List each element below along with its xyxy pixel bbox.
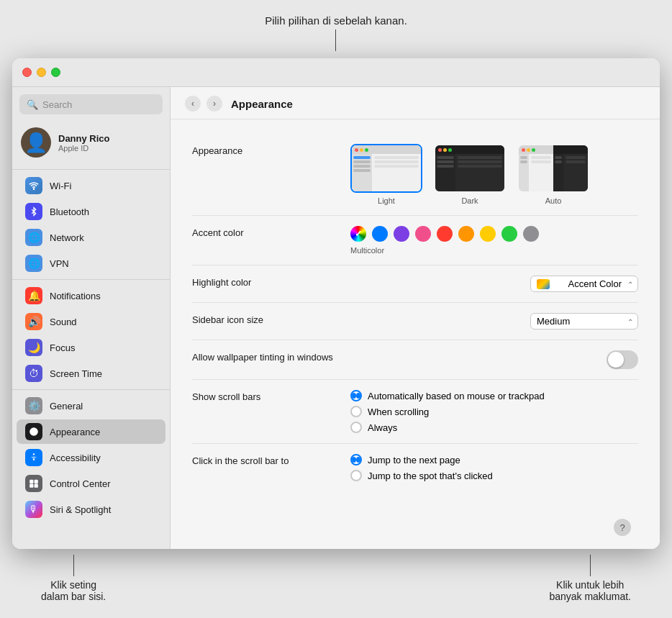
notifications-icon: 🔔 <box>25 287 42 304</box>
back-button[interactable]: ‹ <box>185 96 201 112</box>
svg-point-2 <box>33 453 35 455</box>
svg-point-0 <box>33 188 34 189</box>
appearance-control: Light <box>350 144 638 205</box>
appearance-card-auto[interactable]: Auto <box>517 144 589 205</box>
user-profile[interactable]: 👤 Danny Rico Apple ID <box>12 122 170 166</box>
accent-pink[interactable] <box>415 226 431 242</box>
svg-rect-3 <box>29 480 33 483</box>
sidebar-item-label-sound: Sound <box>50 317 77 327</box>
appearance-card-dark[interactable]: Dark <box>434 144 506 205</box>
sidebar-item-notifications[interactable]: 🔔 Notifications <box>17 283 165 308</box>
scroll-scrolling-radio <box>350 406 362 417</box>
scroll-auto-option[interactable]: Automatically based on mouse or trackpad <box>350 390 545 401</box>
maximize-button[interactable] <box>51 68 60 77</box>
click-scroll-bar-control: Jump to the next page Jump to the spot t… <box>350 454 638 481</box>
search-icon: 🔍 <box>27 99 38 110</box>
appearance-label: Appearance <box>192 144 336 156</box>
appearance-cards: Light <box>350 144 589 205</box>
sidebar-item-focus[interactable]: 🌙 Focus <box>17 335 165 360</box>
sidebar-icon-size-control: Medium <box>350 313 638 330</box>
sidebar-item-wifi[interactable]: Wi-Fi <box>17 173 165 198</box>
scroll-scrolling-option[interactable]: When scrolling <box>350 406 545 417</box>
sidebar-item-vpn[interactable]: 🌐 VPN <box>17 251 165 276</box>
accent-multicolor[interactable] <box>350 226 366 242</box>
sidebar-item-sound[interactable]: 🔊 Sound <box>17 309 165 334</box>
annotation-line-left <box>73 555 74 576</box>
show-scroll-bars-label: Show scroll bars <box>192 390 336 402</box>
sidebar-item-siri[interactable]: 🎙 Siri & Spotlight <box>17 497 165 522</box>
wallpaper-tinting-toggle[interactable] <box>607 350 638 369</box>
accent-gray[interactable] <box>523 226 539 242</box>
accent-purple[interactable] <box>394 226 409 242</box>
accent-blue[interactable] <box>372 226 388 242</box>
sidebar-item-accessibility[interactable]: Accessibility <box>17 445 165 470</box>
system-preferences-window: 🔍 Search 👤 Danny Rico Apple ID Wi-F <box>12 58 660 549</box>
close-button[interactable] <box>22 68 32 77</box>
dark-label: Dark <box>461 196 478 205</box>
click-scroll-bar-label: Click in the scroll bar to <box>192 454 336 466</box>
annotation-line-right <box>590 555 591 576</box>
avatar-image: 👤 <box>24 132 47 154</box>
sidebar-item-appearance[interactable]: Appearance <box>17 419 165 444</box>
sidebar-separator-3 <box>12 389 170 390</box>
sidebar-item-controlcenter[interactable]: Control Center <box>17 471 165 496</box>
appearance-card-light[interactable]: Light <box>350 144 422 205</box>
light-label: Light <box>378 196 395 205</box>
accent-yellow[interactable] <box>480 226 496 242</box>
wifi-icon <box>25 177 42 194</box>
avatar: 👤 <box>21 127 51 158</box>
svg-rect-4 <box>35 480 38 483</box>
accent-red[interactable] <box>437 226 453 242</box>
sidebar-item-label-general: General <box>50 401 83 412</box>
search-bar[interactable]: 🔍 Search <box>19 94 163 114</box>
appearance-icon <box>25 423 42 440</box>
vpn-icon: 🌐 <box>25 255 42 272</box>
scroll-bars-radio-group: Automatically based on mouse or trackpad… <box>350 390 545 433</box>
controlcenter-icon <box>25 475 42 492</box>
highlight-color-value: Accent Color <box>568 278 622 289</box>
sidebar-item-label-appearance: Appearance <box>50 427 100 437</box>
sidebar-icon-size-row: Sidebar icon size Medium <box>192 303 638 340</box>
titlebar <box>12 58 660 87</box>
accent-color-label: Accent color <box>192 226 336 238</box>
minimize-button[interactable] <box>37 68 46 77</box>
sidebar-item-label-accessibility: Accessibility <box>50 453 101 463</box>
highlight-color-dropdown[interactable]: Accent Color <box>530 276 638 292</box>
forward-button[interactable]: › <box>206 96 222 112</box>
auto-preview <box>517 144 589 193</box>
network-icon: 🌐 <box>25 229 42 246</box>
sidebar-icon-size-dropdown[interactable]: Medium <box>530 313 638 330</box>
sidebar-icon-size-label: Sidebar icon size <box>192 313 336 325</box>
click-spot-option[interactable]: Jump to the spot that's clicked <box>350 470 493 481</box>
sidebar-item-label-bluetooth: Bluetooth <box>50 206 89 217</box>
accent-green[interactable] <box>501 226 517 242</box>
scroll-always-radio <box>350 422 362 433</box>
click-spot-label: Jump to the spot that's clicked <box>368 471 493 481</box>
wallpaper-tinting-label: Allow wallpaper tinting in windows <box>192 350 336 363</box>
accent-color-control: Multicolor <box>350 226 638 255</box>
content-area: 🔍 Search 👤 Danny Rico Apple ID Wi-F <box>12 87 660 549</box>
sidebar-item-bluetooth[interactable]: Bluetooth <box>17 199 165 224</box>
panel-bottom: ? <box>171 506 660 549</box>
highlight-color-row: Highlight color Accent Color <box>192 265 638 303</box>
accent-color-row: Accent color <box>192 216 638 265</box>
click-next-page-label: Jump to the next page <box>368 455 460 465</box>
show-scroll-bars-row: Show scroll bars Automatically based on … <box>192 380 638 444</box>
accent-orange[interactable] <box>458 226 474 242</box>
sidebar-item-screentime[interactable]: ⏱ Screen Time <box>17 361 165 386</box>
user-subtitle: Apple ID <box>58 144 110 153</box>
scroll-always-option[interactable]: Always <box>350 422 545 433</box>
scroll-auto-label: Automatically based on mouse or trackpad <box>368 391 545 401</box>
screentime-icon: ⏱ <box>25 365 42 382</box>
help-button[interactable]: ? <box>614 519 631 536</box>
sidebar-item-network[interactable]: 🌐 Network <box>17 225 165 250</box>
accessibility-icon <box>25 449 42 466</box>
click-spot-radio <box>350 470 362 481</box>
sidebar-item-label-screentime: Screen Time <box>50 368 102 379</box>
show-scroll-bars-control: Automatically based on mouse or trackpad… <box>350 390 638 433</box>
sidebar-item-general[interactable]: ⚙️ General <box>17 394 165 418</box>
highlight-color-control: Accent Color <box>350 276 638 292</box>
panel-title: Appearance <box>231 98 293 110</box>
top-annotation: Pilih pilihan di sebelah kanan. <box>265 14 407 51</box>
click-next-page-option[interactable]: Jump to the next page <box>350 454 493 465</box>
